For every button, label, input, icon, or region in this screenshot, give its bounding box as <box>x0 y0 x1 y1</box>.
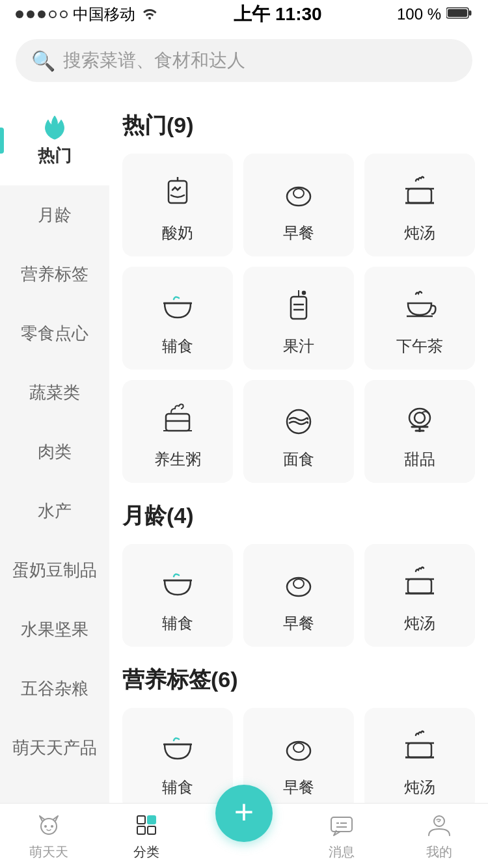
battery-icon <box>446 5 472 23</box>
grid-item-babyfood3[interactable]: 辅食 <box>122 708 233 811</box>
soup-icon2 <box>399 562 441 604</box>
svg-rect-27 <box>408 579 431 593</box>
sidebar-item-seafood[interactable]: 水产 <box>0 481 109 541</box>
dot2 <box>27 10 34 18</box>
svg-point-34 <box>41 819 57 834</box>
battery-text: 100 % <box>397 5 441 23</box>
section-nutrition-title: 营养标签(6) <box>122 665 475 695</box>
grid-item-breakfast2[interactable]: 早餐 <box>243 544 354 647</box>
svg-point-6 <box>293 189 304 198</box>
dot1 <box>16 10 23 18</box>
sidebar-grain-label: 五谷杂粮 <box>21 679 88 698</box>
juice-icon <box>278 285 319 327</box>
fab-plus-icon: + <box>234 795 254 829</box>
tea-icon <box>399 285 441 327</box>
svg-point-31 <box>293 743 304 752</box>
user-icon <box>425 811 454 839</box>
nav-item-message[interactable]: 消息 <box>293 811 390 861</box>
search-icon: 🔍 <box>31 49 55 72</box>
section-nutrition: 营养标签(6) 辅食 <box>122 665 475 811</box>
bowl-icon2 <box>157 562 198 604</box>
hot-grid: 酸奶 早餐 <box>122 154 475 483</box>
babyfood2-label: 辅食 <box>162 613 193 634</box>
svg-rect-3 <box>169 181 187 203</box>
egg-icon <box>278 172 319 213</box>
main-layout: 热门 月龄 营养标签 零食点心 蔬菜类 肉类 水产 蛋奶豆制品 水果坚果 五谷杂… <box>0 95 488 817</box>
grid-item-noodle[interactable]: 面食 <box>243 380 354 483</box>
sidebar-item-vegetable[interactable]: 蔬菜类 <box>0 363 109 422</box>
porridge-label: 养生粥 <box>154 449 201 470</box>
svg-rect-39 <box>137 826 145 834</box>
grid-item-teatime[interactable]: 下午茶 <box>364 267 475 370</box>
svg-point-21 <box>414 413 425 423</box>
sidebar-item-fruit[interactable]: 水果坚果 <box>0 600 109 659</box>
grid-item-soup2[interactable]: 炖汤 <box>364 544 475 647</box>
hot-active-icon: 热门 <box>0 113 109 167</box>
bowl-icon <box>157 285 198 327</box>
sidebar-meat-label: 肉类 <box>38 442 72 461</box>
nav-item-home[interactable]: 萌天天 <box>0 811 98 861</box>
fab-add-button[interactable]: + <box>215 785 273 842</box>
sidebar-item-meat[interactable]: 肉类 <box>0 422 109 481</box>
babyfood-label: 辅食 <box>162 336 193 357</box>
nav-home-label: 萌天天 <box>29 843 68 861</box>
grid-item-yogurt[interactable]: 酸奶 <box>122 154 233 256</box>
svg-rect-40 <box>148 826 156 834</box>
sidebar-item-dairy[interactable]: 蛋奶豆制品 <box>0 541 109 600</box>
nav-profile-label: 我的 <box>426 843 452 861</box>
nav-message-label: 消息 <box>329 843 355 861</box>
sidebar-seafood-label: 水产 <box>38 501 72 521</box>
soup3-label: 炖汤 <box>404 777 435 798</box>
sidebar-item-snack[interactable]: 零食点心 <box>0 304 109 363</box>
svg-point-26 <box>293 579 304 588</box>
sidebar-item-hot[interactable]: 热门 <box>0 95 109 185</box>
nav-category-label: 分类 <box>133 843 159 861</box>
svg-point-36 <box>51 825 53 828</box>
section-hot-title: 热门(9) <box>122 111 475 141</box>
sidebar-fruit-label: 水果坚果 <box>21 619 88 639</box>
svg-rect-10 <box>291 297 306 319</box>
status-bar: 中国移动 上午 11:30 100 % <box>0 0 488 29</box>
svg-rect-32 <box>408 743 431 757</box>
grid-item-babyfood2[interactable]: 辅食 <box>122 544 233 647</box>
svg-rect-38 <box>148 816 156 824</box>
wifi-icon <box>141 5 159 23</box>
grid-item-soup3[interactable]: 炖汤 <box>364 708 475 811</box>
status-left: 中国移动 <box>16 4 159 25</box>
grid-item-dessert[interactable]: 甜品 <box>364 380 475 483</box>
juice-label: 果汁 <box>283 336 314 357</box>
svg-rect-7 <box>408 189 431 203</box>
soup-icon <box>399 172 441 213</box>
chat-icon <box>327 811 356 839</box>
svg-point-12 <box>303 292 305 294</box>
search-placeholder-text: 搜索菜谱、食材和达人 <box>63 48 245 73</box>
sidebar-item-age[interactable]: 月龄 <box>0 185 109 245</box>
sidebar-product-label: 萌天天产品 <box>12 738 97 757</box>
sidebar-item-product[interactable]: 萌天天产品 <box>0 718 109 778</box>
sidebar-item-grain[interactable]: 五谷杂粮 <box>0 659 109 718</box>
noodle-label: 面食 <box>283 449 314 470</box>
grid-item-breakfast[interactable]: 早餐 <box>243 154 354 256</box>
nav-item-profile[interactable]: 我的 <box>390 811 488 861</box>
nav-item-category[interactable]: 分类 <box>98 811 195 861</box>
breakfast2-label: 早餐 <box>283 613 314 634</box>
sidebar: 热门 月龄 营养标签 零食点心 蔬菜类 肉类 水产 蛋奶豆制品 水果坚果 五谷杂… <box>0 95 109 817</box>
sidebar-dairy-label: 蛋奶豆制品 <box>12 560 97 580</box>
sidebar-item-nutrition[interactable]: 营养标签 <box>0 245 109 304</box>
yogurt-icon <box>157 172 198 213</box>
grid-item-porridge[interactable]: 养生粥 <box>122 380 233 483</box>
grid-item-babyfood[interactable]: 辅食 <box>122 267 233 370</box>
grid-item-soup[interactable]: 炖汤 <box>364 154 475 256</box>
svg-point-35 <box>44 825 47 828</box>
egg-icon3 <box>278 726 319 768</box>
grid-item-juice[interactable]: 果汁 <box>243 267 354 370</box>
carrier-text: 中国移动 <box>73 4 135 25</box>
bowl-icon3 <box>157 726 198 768</box>
svg-rect-41 <box>331 817 352 832</box>
soup2-label: 炖汤 <box>404 613 435 634</box>
search-bar[interactable]: 🔍 搜索菜谱、食材和达人 <box>16 39 472 82</box>
section-hot: 热门(9) 酸奶 <box>122 111 475 483</box>
svg-rect-37 <box>137 816 145 824</box>
yogurt-label: 酸奶 <box>162 223 193 243</box>
teatime-label: 下午茶 <box>396 336 443 357</box>
